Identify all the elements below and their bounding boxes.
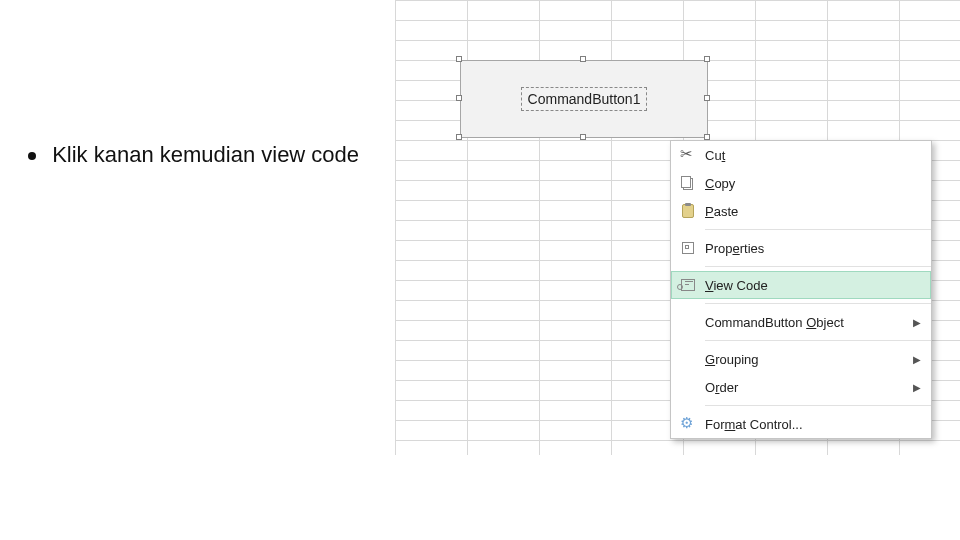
submenu-arrow-icon: ▶ — [913, 382, 921, 393]
menu-item-paste[interactable]: Paste — [671, 197, 931, 225]
command-button-label: CommandButton1 — [521, 87, 648, 111]
menu-item-props[interactable]: Properties — [671, 234, 931, 262]
menu-item-label: Cut — [705, 148, 921, 163]
menu-item-copy[interactable]: Copy — [671, 169, 931, 197]
menu-separator — [705, 340, 931, 341]
selection-handle[interactable] — [704, 134, 710, 140]
instruction-line: Klik kanan kemudian view code — [28, 142, 359, 168]
selection-handle[interactable] — [580, 56, 586, 62]
command-button[interactable]: CommandButton1 — [460, 60, 708, 138]
instruction-text: Klik kanan kemudian view code — [52, 142, 359, 167]
props-icon — [682, 242, 694, 254]
menu-item-cbobj[interactable]: CommandButton Object▶ — [671, 308, 931, 336]
selection-handle[interactable] — [704, 56, 710, 62]
submenu-arrow-icon: ▶ — [913, 317, 921, 328]
menu-item-group[interactable]: Grouping▶ — [671, 345, 931, 373]
menu-item-label: View Code — [705, 278, 921, 293]
selection-handle[interactable] — [704, 95, 710, 101]
menu-item-label: Copy — [705, 176, 921, 191]
menu-separator — [705, 229, 931, 230]
menu-item-label: CommandButton Object — [705, 315, 907, 330]
menu-item-label: Format Control... — [705, 417, 921, 432]
bullet-dot — [28, 152, 36, 160]
gridline-row — [395, 20, 960, 21]
menu-item-format[interactable]: Format Control... — [671, 410, 931, 438]
selection-handle[interactable] — [456, 134, 462, 140]
code-icon — [681, 279, 695, 291]
paste-icon — [682, 204, 694, 218]
cut-icon — [680, 147, 696, 163]
gridline-row — [395, 40, 960, 41]
menu-separator — [705, 405, 931, 406]
selection-handle[interactable] — [456, 56, 462, 62]
menu-item-cut[interactable]: Cut — [671, 141, 931, 169]
selection-handle[interactable] — [580, 134, 586, 140]
context-menu: CutCopyPastePropertiesView CodeCommandBu… — [670, 140, 932, 439]
selection-handle[interactable] — [456, 95, 462, 101]
gridline-col — [395, 0, 396, 455]
menu-item-label: Order — [705, 380, 907, 395]
gridline-row — [395, 0, 960, 1]
menu-item-label: Paste — [705, 204, 921, 219]
menu-item-order[interactable]: Order▶ — [671, 373, 931, 401]
menu-item-label: Grouping — [705, 352, 907, 367]
submenu-arrow-icon: ▶ — [913, 354, 921, 365]
format-icon — [680, 416, 696, 432]
menu-separator — [705, 303, 931, 304]
gridline-row — [395, 440, 960, 441]
copy-icon — [683, 178, 693, 190]
menu-item-label: Properties — [705, 241, 921, 256]
menu-item-code[interactable]: View Code — [671, 271, 931, 299]
menu-separator — [705, 266, 931, 267]
